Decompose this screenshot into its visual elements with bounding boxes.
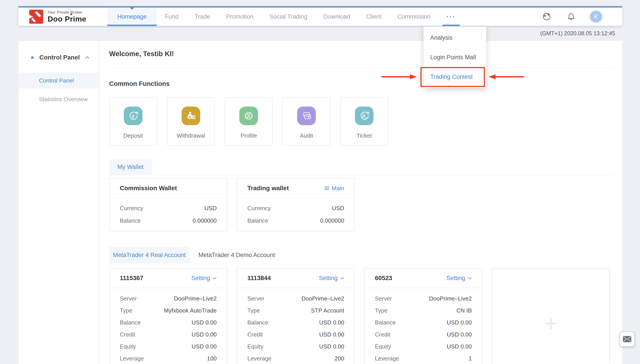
field-value: Myfxbook AutoTrade [164, 307, 217, 314]
menu-item-trading-contest[interactable]: Trading Contest [423, 67, 486, 86]
setting-label: Setting [191, 275, 210, 282]
nav-label: Fund [165, 13, 179, 20]
language-globe-button[interactable] [541, 11, 552, 22]
envelope-icon [623, 336, 631, 342]
more-dots-icon: ··· [447, 13, 456, 20]
field-value: 0.000000 [320, 217, 344, 224]
nav-item-homepage[interactable]: Homepage [107, 8, 157, 26]
field-value: USD 0.00 [319, 331, 344, 338]
account-field-row: EquityUSD 0.00 [120, 340, 217, 352]
chevron-down-icon [213, 277, 217, 280]
field-label: Credit [247, 331, 263, 338]
sidebar-group-control-panel[interactable]: Control Panel [19, 54, 98, 61]
nav-item-trade[interactable]: Trade [187, 8, 218, 26]
account-number: 1115367 [120, 274, 143, 282]
function-card-withdrawal[interactable]: $ Withdrawal [167, 97, 215, 146]
field-value: USD 0.00 [191, 343, 217, 350]
field-value: 100 [207, 355, 217, 362]
field-label: Type [375, 307, 387, 314]
sidebar-group-label: Control Panel [39, 54, 80, 61]
setting-dropdown-button[interactable]: Setting [319, 275, 344, 282]
nav-label: Trade [195, 13, 210, 20]
notifications-button[interactable] [566, 11, 576, 22]
sidebar-item-label: Control Panel [19, 77, 74, 84]
active-tab-underline [107, 25, 157, 26]
field-label: Server [375, 295, 392, 302]
wallet-cards-row: Commission Wallet Currency USD Balance 0… [109, 178, 612, 231]
field-label: Currency [120, 205, 143, 212]
field-value: 1 [469, 355, 472, 362]
sidebar-item-control-panel[interactable]: Control Panel [19, 72, 98, 88]
tab-mt4-real-account[interactable]: MetaTrader 4 Real Account [109, 247, 189, 263]
field-value: DooPrime–Live2 [174, 295, 217, 302]
field-label: Equity [247, 343, 263, 350]
nav-item-social-trading[interactable]: Social Trading [261, 8, 315, 26]
contact-mail-button[interactable] [619, 332, 635, 347]
function-card-audit[interactable]: ¥ Audit [282, 97, 330, 146]
chevron-down-icon [340, 277, 344, 280]
brand-name: Doo Prime [48, 15, 86, 23]
svg-text:¥: ¥ [132, 114, 135, 119]
nav-item-client[interactable]: Client [358, 8, 389, 26]
nav-item-promotion[interactable]: Promotion [218, 8, 261, 26]
globe-icon [542, 12, 552, 22]
sidebar-item-statistics-overview[interactable]: Statistics Overview [19, 88, 98, 110]
account-field-row: BalanceUSD 0.00 [247, 316, 344, 328]
main-navigation: Homepage Fund Trade Promotion Social Tra… [107, 8, 541, 26]
user-avatar[interactable]: K [590, 11, 602, 22]
bell-icon [566, 12, 576, 22]
field-value: USD 0.00 [191, 331, 217, 338]
nav-item-fund[interactable]: Fund [157, 8, 187, 26]
account-card-60523: 60523 Setting ServerDooPrime–Live2 TypeC… [364, 268, 483, 364]
server-timestamp: (GMT+1) 2020.08.05 13:12:45 [540, 30, 615, 36]
navbar-right-controls: K [541, 11, 602, 22]
field-label: Equity [375, 343, 391, 350]
menu-item-login-points-mall[interactable]: Login Points Mall [423, 48, 486, 67]
function-card-deposit[interactable]: ¥ Deposit [109, 97, 157, 146]
wallet-field-row: Currency USD [247, 202, 344, 214]
field-value: USD 0.00 [319, 343, 344, 350]
function-card-profile[interactable]: Profile [225, 97, 273, 146]
account-number: 60523 [375, 274, 392, 282]
account-field-row: EquityUSD 0.00 [247, 340, 344, 352]
nav-label: Client [366, 13, 381, 20]
common-functions-title: Common Functions [109, 80, 612, 88]
transfer-icon [324, 186, 330, 191]
field-value: USD 0.00 [191, 319, 217, 326]
nav-label: Homepage [117, 13, 147, 20]
avatar-initial: K [594, 13, 598, 20]
account-field-row: Leverage200 [247, 352, 344, 364]
add-account-placeholder[interactable] [492, 268, 610, 364]
menu-item-analysis[interactable]: Analysis [423, 28, 486, 48]
brand-logo[interactable]: Your Private Broker Doo Prime [29, 9, 102, 24]
function-card-ticket[interactable]: Ticket [340, 97, 388, 146]
function-label: Audit [300, 132, 313, 139]
doo-prime-logo-icon [29, 9, 44, 24]
account-card-1113844: 1113844 Setting ServerDooPrime–Live2 Typ… [237, 268, 355, 364]
wallet-title: Commission Wallet [120, 185, 177, 192]
nav-label: Download [323, 13, 350, 20]
account-field-row: TypeMyfxbook AutoTrade [120, 304, 217, 316]
plus-icon [545, 318, 557, 330]
field-label: Credit [375, 331, 390, 338]
account-field-row: ServerDooPrime–Live2 [375, 292, 472, 304]
nav-item-commission[interactable]: Commission [389, 8, 439, 26]
function-label: Withdrawal [177, 132, 205, 139]
main-wallet-link[interactable]: Main [324, 185, 344, 192]
divider [109, 174, 612, 175]
setting-dropdown-button[interactable]: Setting [447, 275, 472, 282]
setting-dropdown-button[interactable]: Setting [191, 275, 217, 282]
nav-item-more[interactable]: ··· [439, 8, 464, 26]
brand-red-dot [70, 13, 72, 15]
account-field-row: CreditUSD 0.00 [247, 328, 344, 340]
tab-my-wallet[interactable]: My Wallet [109, 159, 152, 174]
wallet-field-row: Balance 0.000000 [247, 214, 344, 227]
nav-item-download[interactable]: Download [315, 8, 358, 26]
divider [109, 68, 612, 68]
field-value: USD [204, 205, 217, 212]
tab-mt4-demo-account[interactable]: MetaTrader 4 Demo Account [189, 247, 284, 263]
field-value: USD [332, 205, 344, 212]
ticket-icon [355, 106, 373, 125]
main-link-label: Main [332, 185, 344, 192]
nav-label: Social Trading [269, 13, 307, 20]
